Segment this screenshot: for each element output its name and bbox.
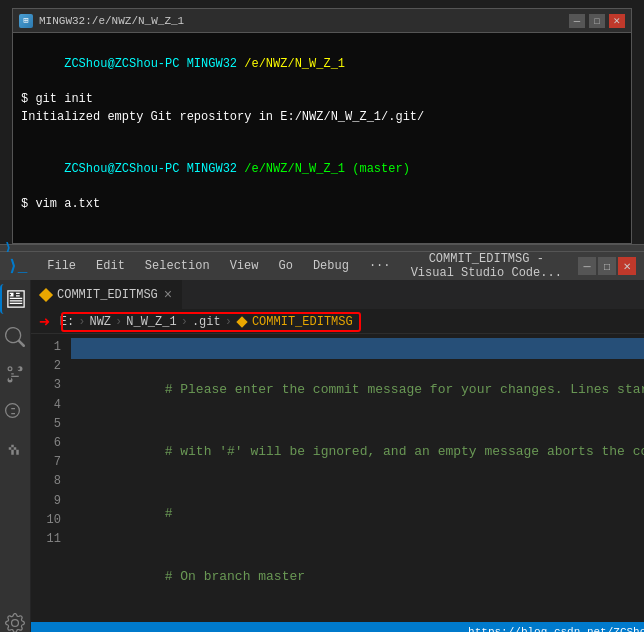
code-line-3: # with '#' will be ignored, and an empty… bbox=[71, 421, 644, 483]
breadcrumb-e: E: bbox=[60, 315, 74, 329]
breadcrumb-diamond-icon bbox=[236, 316, 247, 327]
terminal-line: ZCShou@ZCShou-PC MINGW32 /e/NWZ/N_W_Z_1 … bbox=[21, 230, 623, 243]
close-button[interactable]: ✕ bbox=[609, 14, 625, 28]
sidebar-item-settings[interactable] bbox=[0, 608, 30, 632]
vscode-window-title: COMMIT_EDITMSG - Visual Studio Code... bbox=[411, 252, 562, 280]
code-line-1 bbox=[71, 338, 644, 359]
line-num-10: 10 bbox=[35, 511, 61, 530]
vscode-area: ⟩_ File Edit Selection View Go Debug ···… bbox=[0, 252, 644, 632]
line-num-7: 7 bbox=[35, 453, 61, 472]
terminal-line bbox=[21, 126, 623, 143]
menu-file[interactable]: File bbox=[43, 257, 80, 275]
line-num-4: 4 bbox=[35, 396, 61, 415]
sidebar-item-search[interactable] bbox=[0, 322, 30, 352]
minimize-button[interactable]: ─ bbox=[569, 14, 585, 28]
line-num-2: 2 bbox=[35, 357, 61, 376]
editor-tab-commit[interactable]: COMMIT_EDITMSG × bbox=[31, 280, 183, 309]
vscode-logo-icon: ⟩_ bbox=[8, 256, 27, 276]
terminal-line: $ vim a.txt bbox=[21, 196, 623, 213]
red-arrow-icon: ➜ bbox=[39, 311, 50, 333]
menu-edit[interactable]: Edit bbox=[92, 257, 129, 275]
menu-view[interactable]: View bbox=[226, 257, 263, 275]
line-num-11: 11 bbox=[35, 530, 61, 549]
breadcrumb-sep-3: › bbox=[181, 315, 188, 329]
code-line-5: # On branch master bbox=[71, 546, 644, 608]
editor-area: COMMIT_EDITMSG × ➜ E: › NWZ › N_W_Z_1 › … bbox=[31, 280, 644, 632]
terminal-icon: ⊞ bbox=[19, 14, 33, 28]
terminal-title-left: ⊞ MINGW32:/e/NWZ/N_W_Z_1 bbox=[19, 14, 184, 28]
win-close-button[interactable]: ✕ bbox=[618, 257, 636, 275]
sidebar-item-explorer[interactable] bbox=[0, 284, 30, 314]
code-editor: 1 2 3 4 5 6 7 8 9 10 11 # bbox=[31, 334, 644, 622]
code-line-4: # bbox=[71, 484, 644, 546]
terminal-titlebar: ⊞ MINGW32:/e/NWZ/N_W_Z_1 ─ □ ✕ bbox=[13, 9, 631, 33]
sidebar-item-source-control[interactable] bbox=[0, 360, 30, 390]
activity-bar bbox=[0, 280, 31, 632]
win-maximize-button[interactable]: □ bbox=[598, 257, 616, 275]
editor-tabs: COMMIT_EDITMSG × bbox=[31, 280, 644, 310]
line-num-3: 3 bbox=[35, 376, 61, 395]
terminal-line bbox=[21, 213, 623, 230]
vscode-main: COMMIT_EDITMSG × ➜ E: › NWZ › N_W_Z_1 › … bbox=[0, 280, 644, 632]
code-line-6: # bbox=[71, 608, 644, 622]
line-num-6: 6 bbox=[35, 434, 61, 453]
divider: ⟩ bbox=[0, 244, 644, 252]
terminal-window: ⊞ MINGW32:/e/NWZ/N_W_Z_1 ─ □ ✕ ZCShou@ZC… bbox=[12, 8, 632, 244]
breadcrumb-sep-1: › bbox=[78, 315, 85, 329]
terminal-title: MINGW32:/e/NWZ/N_W_Z_1 bbox=[39, 15, 184, 27]
line-numbers: 1 2 3 4 5 6 7 8 9 10 11 bbox=[31, 334, 67, 622]
menu-more[interactable]: ··· bbox=[365, 257, 395, 275]
terminal-body: ZCShou@ZCShou-PC MINGW32 /e/NWZ/N_W_Z_1 … bbox=[13, 33, 631, 243]
line-num-5: 5 bbox=[35, 415, 61, 434]
line-num-9: 9 bbox=[35, 492, 61, 511]
sidebar-item-extensions[interactable] bbox=[0, 436, 30, 466]
breadcrumb-filename: COMMIT_EDITMSG bbox=[252, 315, 353, 329]
breadcrumb-sep-4: › bbox=[225, 315, 232, 329]
terminal-line: $ git init bbox=[21, 91, 623, 108]
code-content[interactable]: # Please enter the commit message for yo… bbox=[67, 334, 644, 622]
tab-label: COMMIT_EDITMSG bbox=[57, 288, 158, 302]
breadcrumb-git: .git bbox=[192, 315, 221, 329]
statusbar-url: https://blog.csdn.net/ZCShouCSDN bbox=[468, 626, 644, 632]
menu-debug[interactable]: Debug bbox=[309, 257, 353, 275]
tab-close-button[interactable]: × bbox=[164, 287, 172, 303]
terminal-line: Initialized empty Git repository in E:/N… bbox=[21, 109, 623, 126]
window-controls: ─ □ ✕ bbox=[578, 257, 636, 275]
terminal-prompt-user: ZCShou@ZCShou-PC MINGW32 bbox=[64, 57, 244, 71]
terminal-line: ZCShou@ZCShou-PC MINGW32 /e/NWZ/N_W_Z_1 bbox=[21, 39, 623, 91]
maximize-button[interactable]: □ bbox=[589, 14, 605, 28]
vscode-titlebar: ⟩_ File Edit Selection View Go Debug ···… bbox=[0, 252, 644, 280]
terminal-prompt-path: /e/NWZ/N_W_Z_1 bbox=[244, 57, 345, 71]
line-num-1: 1 bbox=[35, 338, 61, 357]
breadcrumb: ➜ E: › NWZ › N_W_Z_1 › .git › COMMIT_EDI… bbox=[31, 310, 644, 334]
menu-go[interactable]: Go bbox=[274, 257, 296, 275]
vscode-statusbar: https://blog.csdn.net/ZCShouCSDN bbox=[31, 622, 644, 632]
breadcrumb-nwz1: N_W_Z_1 bbox=[126, 315, 176, 329]
terminal-line: ZCShou@ZCShou-PC MINGW32 /e/NWZ/N_W_Z_1 … bbox=[21, 143, 623, 195]
line-num-8: 8 bbox=[35, 472, 61, 491]
breadcrumb-sep-2: › bbox=[115, 315, 122, 329]
breadcrumb-nwz: NWZ bbox=[89, 315, 111, 329]
terminal-controls: ─ □ ✕ bbox=[569, 14, 625, 28]
win-minimize-button[interactable]: ─ bbox=[578, 257, 596, 275]
menu-selection[interactable]: Selection bbox=[141, 257, 214, 275]
sidebar-item-debug[interactable] bbox=[0, 398, 30, 428]
vscode-menu: File Edit Selection View Go Debug ··· bbox=[43, 257, 394, 275]
tab-diamond-icon bbox=[39, 287, 53, 301]
code-line-2: # Please enter the commit message for yo… bbox=[71, 359, 644, 421]
